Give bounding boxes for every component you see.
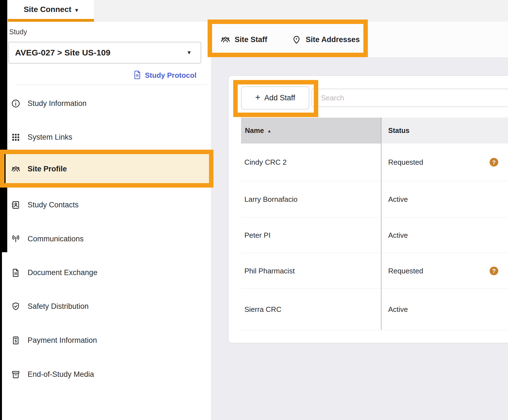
app-tab-label: Site Connect xyxy=(24,5,71,14)
study-field-label: Study xyxy=(9,28,27,36)
staff-name: Sierra CRC xyxy=(244,305,281,314)
sidebar-item-label: System Links xyxy=(28,133,72,142)
tab-site-staff[interactable]: Site Staff xyxy=(221,22,267,57)
info-icon xyxy=(11,99,20,108)
study-protocol-link[interactable]: Study Protocol xyxy=(133,69,196,81)
status-value: Requested xyxy=(388,158,423,167)
sidebar-item-document-exchange[interactable]: Document Exchange xyxy=(11,266,201,279)
sidebar-item-study-contacts[interactable]: Study Contacts xyxy=(11,199,201,211)
sidebar-item-site-profile[interactable]: Site Profile xyxy=(11,163,201,175)
sidebar-item-system-links[interactable]: System Links xyxy=(11,131,201,143)
shield-check-icon xyxy=(11,302,20,311)
sidebar-item-label: End-of-Study Media xyxy=(28,370,94,379)
sidebar xyxy=(7,22,211,420)
sidebar-item-safety-distribution[interactable]: Safety Distribution xyxy=(11,300,201,312)
status-value: Active xyxy=(388,305,408,314)
location-pin-icon xyxy=(292,35,301,44)
staff-name: Cindy CRC 2 xyxy=(244,158,287,167)
status-value: Active xyxy=(388,231,408,239)
column-header-status[interactable]: Status xyxy=(381,118,508,144)
table-row[interactable]: Larry Bornafacio Active xyxy=(241,181,508,217)
sidebar-item-label: Communications xyxy=(28,235,84,243)
contact-card-icon xyxy=(11,200,20,210)
status-value: Active xyxy=(388,195,408,203)
table-row[interactable]: Sierra CRC Active xyxy=(241,289,508,330)
add-staff-label: Add Staff xyxy=(264,94,295,102)
study-selector-value: AVEG-027 > Site US-109 xyxy=(15,48,110,57)
sidebar-item-communications[interactable]: Communications xyxy=(11,233,201,245)
help-question-icon[interactable]: ? xyxy=(490,266,498,275)
video-frame-left-border xyxy=(0,0,7,252)
sidebar-item-label: Site Profile xyxy=(28,165,67,173)
sidebar-item-label: Payment Information xyxy=(28,336,97,345)
video-frame-left-border-thin xyxy=(0,252,2,420)
document-blue-icon xyxy=(133,70,141,81)
sort-ascending-icon: ▲ xyxy=(267,128,271,133)
grid-icon xyxy=(11,133,20,142)
staff-name: Phil Pharmacist xyxy=(244,266,295,275)
people-icon xyxy=(221,35,230,44)
staff-name: Peter PI xyxy=(244,231,271,239)
sidebar-item-label: Study Information xyxy=(28,99,87,108)
app-tab-site-connect[interactable]: Site Connect ▾ xyxy=(8,0,94,19)
sidebar-item-label: Safety Distribution xyxy=(28,302,89,311)
column-header-name[interactable]: Name ▲ xyxy=(241,118,381,144)
status-header-label: Status xyxy=(388,127,409,135)
sidebar-item-payment-information[interactable]: $ Payment Information xyxy=(11,334,201,346)
sidebar-divider xyxy=(15,84,208,85)
chevron-down-icon: ▼ xyxy=(186,50,192,56)
name-header-label: Name xyxy=(245,127,264,135)
study-selector-dropdown[interactable]: AVEG-027 > Site US-109 ▼ xyxy=(8,42,201,64)
tab-label: Site Staff xyxy=(235,35,267,44)
add-staff-button[interactable]: + Add Staff xyxy=(241,86,309,110)
svg-text:$: $ xyxy=(15,339,17,343)
table-row[interactable]: Phil Pharmacist Requested ? xyxy=(241,253,508,289)
status-value: Requested xyxy=(388,266,423,275)
staff-name: Larry Bornafacio xyxy=(244,195,298,203)
table-row[interactable]: Peter PI Active xyxy=(241,217,508,253)
staff-search-input[interactable] xyxy=(312,89,508,107)
sidebar-item-study-information[interactable]: Study Information xyxy=(11,97,201,110)
antenna-icon xyxy=(11,234,20,244)
help-question-icon[interactable]: ? xyxy=(490,158,498,167)
archive-box-icon xyxy=(11,370,20,379)
tab-label: Site Addresses xyxy=(306,35,360,44)
chevron-down-icon: ▾ xyxy=(75,7,78,13)
sidebar-item-label: Document Exchange xyxy=(28,268,98,277)
document-icon xyxy=(11,268,20,277)
payment-doc-icon: $ xyxy=(11,336,20,345)
people-icon xyxy=(11,164,20,174)
study-protocol-label: Study Protocol xyxy=(145,71,196,80)
sidebar-item-label: Study Contacts xyxy=(28,201,79,209)
plus-icon: + xyxy=(255,92,261,103)
sidebar-item-end-of-study-media[interactable]: End-of-Study Media xyxy=(11,368,201,380)
table-row[interactable]: Cindy CRC 2 Requested ? xyxy=(241,144,508,181)
tab-site-addresses[interactable]: Site Addresses xyxy=(292,22,360,57)
